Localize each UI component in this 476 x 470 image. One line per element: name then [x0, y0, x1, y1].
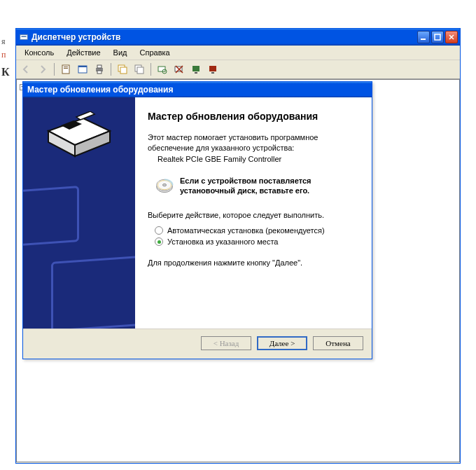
wizard-content: Мастер обновления оборудования Этот маст… — [135, 97, 372, 329]
forward-icon — [36, 62, 50, 76]
radio-icon-selected — [155, 237, 163, 246]
menu-action[interactable]: Действие — [61, 47, 106, 58]
radio-icon — [155, 226, 163, 235]
menu-help[interactable]: Справка — [134, 47, 176, 58]
menu-bar: Консоль Действие Вид Справка — [16, 46, 460, 60]
continue-hint: Для продолжения нажмите кнопку "Далее". — [148, 258, 359, 267]
window-icon[interactable] — [76, 62, 90, 76]
svg-rect-20 — [195, 72, 197, 74]
close-button[interactable] — [445, 31, 458, 43]
svg-rect-15 — [137, 67, 144, 74]
svg-rect-19 — [192, 66, 200, 71]
svg-rect-6 — [64, 68, 68, 69]
wizard-title: Мастер обновления оборудования — [27, 85, 173, 95]
radio-manual-install[interactable]: Установка из указанного места — [155, 237, 359, 246]
svg-point-33 — [162, 184, 166, 186]
hardware-graphic-icon — [41, 111, 117, 163]
svg-rect-21 — [209, 66, 216, 71]
svg-rect-16 — [158, 67, 165, 71]
menu-console[interactable]: Консоль — [19, 47, 59, 58]
svg-rect-3 — [435, 34, 440, 40]
back-icon — [19, 62, 33, 76]
svg-rect-13 — [120, 67, 127, 74]
wizard-button-row: < Назад Далее > Отмена — [23, 329, 372, 359]
svg-rect-22 — [211, 72, 214, 74]
svg-rect-11 — [97, 71, 102, 74]
uninstall-icon[interactable] — [172, 62, 186, 76]
hardware-update-wizard: Мастер обновления оборудования Мастер об — [22, 81, 372, 359]
toolbar — [16, 60, 460, 79]
cd-icon — [155, 176, 174, 195]
menu-view[interactable]: Вид — [108, 47, 133, 58]
device-name: Realtek PCIe GBE Family Controller — [158, 155, 359, 163]
svg-rect-5 — [64, 67, 68, 67]
cd-hint-text: Если с устройством поставляется установо… — [180, 176, 359, 196]
choose-action-label: Выберите действие, которое следует выпол… — [148, 211, 359, 219]
radio-auto-install[interactable]: Автоматическая установка (рекомендуется) — [155, 226, 359, 235]
overlay1-icon[interactable] — [115, 62, 130, 76]
back-button: < Назад — [201, 336, 251, 350]
svg-rect-1 — [22, 36, 27, 37]
scan-icon[interactable] — [155, 62, 169, 76]
minimize-button[interactable] — [417, 31, 430, 43]
properties-icon[interactable] — [59, 62, 73, 76]
print-icon[interactable] — [92, 62, 106, 76]
wizard-heading: Мастер обновления оборудования — [148, 110, 359, 123]
svg-rect-8 — [78, 66, 87, 67]
overlay2-icon[interactable] — [132, 62, 146, 76]
maximize-button[interactable] — [431, 31, 444, 43]
svg-rect-2 — [421, 39, 426, 40]
radio-manual-label: Установка из указанного места — [167, 237, 278, 246]
cancel-button[interactable]: Отмена — [313, 336, 363, 350]
app-icon — [19, 32, 29, 42]
window-title: Диспетчер устройств — [31, 32, 417, 42]
wizard-description: Этот мастер помогает установить программ… — [148, 132, 359, 153]
svg-rect-10 — [97, 65, 102, 68]
background-fragment: я п К — [1, 35, 10, 81]
radio-auto-label: Автоматическая установка (рекомендуется) — [167, 226, 325, 235]
device-manager-window: Диспетчер устройств Консоль Действие Вид… — [15, 28, 461, 464]
device-tree: − HOME-12E56E117F Мастер обновления обор… — [16, 79, 460, 462]
wizard-titlebar[interactable]: Мастер обновления оборудования — [23, 82, 372, 97]
svg-rect-4 — [62, 65, 69, 74]
next-button[interactable]: Далее > — [257, 336, 307, 350]
window-titlebar[interactable]: Диспетчер устройств — [16, 29, 460, 46]
wizard-sidebar — [23, 97, 135, 329]
disable-icon[interactable] — [206, 62, 220, 76]
update-icon[interactable] — [189, 62, 203, 76]
